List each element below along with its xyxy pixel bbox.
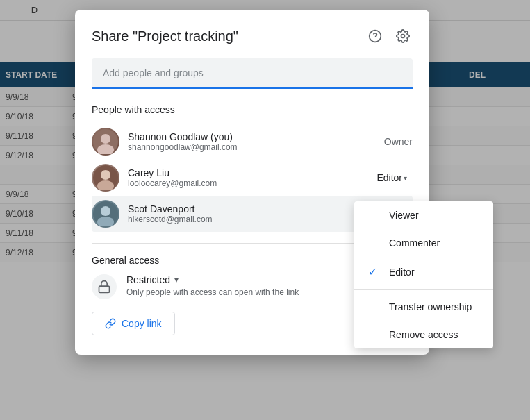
menu-item-transfer-ownership[interactable]: Transfer ownership (354, 293, 493, 321)
carey-role-dropdown[interactable]: Editor ▾ (371, 169, 413, 186)
dialog-header: Share "Project tracking" (92, 26, 413, 46)
svg-point-7 (101, 170, 110, 180)
person-email-shannon: shannongoodlaw@gmail.com (128, 142, 384, 152)
menu-item-remove-access[interactable]: Remove access (354, 321, 493, 348)
link-icon (105, 318, 116, 329)
copy-link-label: Copy link (122, 318, 162, 329)
access-type-label: Restricted (126, 274, 170, 285)
lock-icon-container (92, 274, 117, 299)
dialog-icon-buttons (365, 26, 413, 46)
person-info-shannon: Shannon Goodlaw (you) shannongoodlaw@gma… (128, 131, 384, 152)
carey-chevron-icon: ▾ (404, 174, 407, 182)
help-button[interactable] (365, 26, 385, 46)
person-row-carey: Carey Liu looloоcarey@gmail.com Editor ▾ (92, 160, 413, 196)
menu-item-viewer[interactable]: Viewer (354, 201, 493, 229)
svg-rect-12 (99, 286, 110, 292)
owner-label: Owner (384, 136, 413, 147)
people-section-heading: People with access (92, 104, 413, 115)
role-dropdown-menu: Viewer Commenter ✓ Editor Transfer owner… (354, 201, 493, 348)
lock-icon (97, 280, 111, 294)
person-name-shannon: Shannon Goodlaw (you) (128, 131, 384, 142)
person-email-carey: looloоcarey@gmail.com (128, 178, 371, 188)
person-name-scot: Scot Davenport (128, 203, 371, 215)
avatar-scot (92, 200, 119, 228)
viewer-label: Viewer (389, 210, 419, 221)
commenter-label: Commenter (389, 237, 440, 249)
svg-point-4 (101, 134, 110, 144)
carey-role-label: Editor (376, 172, 402, 183)
remove-access-label: Remove access (389, 329, 458, 340)
editor-check-icon: ✓ (368, 265, 382, 278)
avatar-image-carey (93, 165, 118, 190)
help-icon (368, 29, 382, 43)
svg-point-2 (401, 35, 405, 38)
person-info-carey: Carey Liu looloоcarey@gmail.com (128, 167, 371, 188)
avatar-image-scot (93, 201, 118, 226)
access-dropdown-arrow[interactable]: ▾ (174, 275, 179, 285)
avatar-shannon (92, 128, 119, 156)
copy-link-button[interactable]: Copy link (92, 312, 175, 335)
settings-icon (396, 29, 410, 43)
editor-label: Editor (389, 267, 415, 278)
person-email-scot: hikerscotd@gmail.com (128, 215, 371, 224)
dialog-title: Share "Project tracking" (92, 28, 238, 44)
menu-item-editor[interactable]: ✓ Editor (354, 257, 493, 287)
avatar-carey (92, 164, 119, 192)
transfer-ownership-label: Transfer ownership (389, 301, 472, 312)
avatar-image-shannon (93, 129, 118, 154)
menu-divider (354, 289, 493, 290)
person-role-shannon: Owner (384, 136, 413, 147)
menu-item-commenter[interactable]: Commenter (354, 229, 493, 257)
person-name-carey: Carey Liu (128, 167, 371, 178)
person-row-shannon: Shannon Goodlaw (you) shannongoodlaw@gma… (92, 124, 413, 160)
settings-button[interactable] (393, 26, 413, 46)
person-role-carey: Editor ▾ (371, 169, 413, 186)
search-input[interactable] (92, 58, 413, 89)
person-info-scot: Scot Davenport hikerscotd@gmail.com (128, 203, 371, 224)
svg-point-10 (101, 206, 110, 216)
